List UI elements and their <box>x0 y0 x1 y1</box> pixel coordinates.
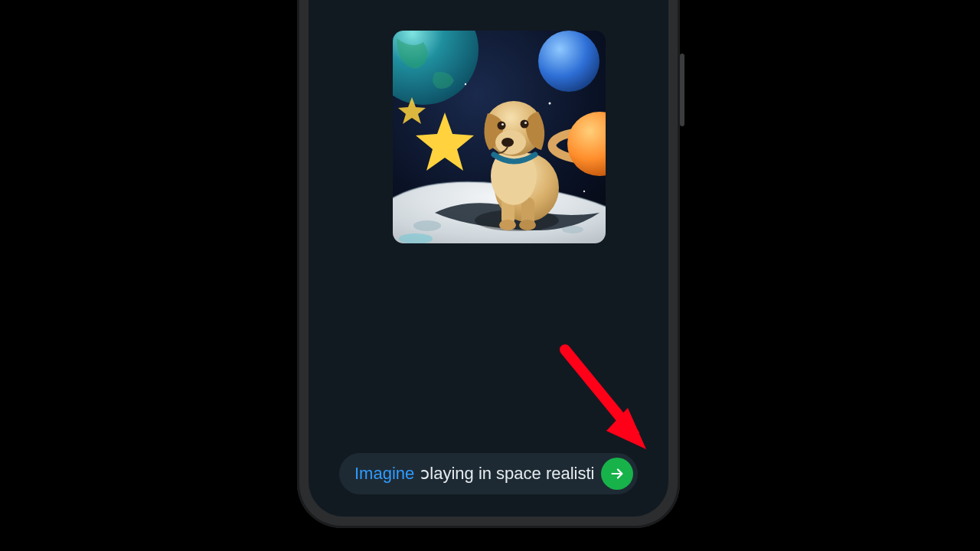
svg-point-19 <box>521 120 529 129</box>
generated-image-illustration <box>393 31 606 243</box>
svg-point-20 <box>501 123 504 126</box>
svg-point-5 <box>413 220 441 231</box>
svg-point-21 <box>524 122 527 124</box>
svg-point-17 <box>501 138 514 147</box>
generated-image[interactable] <box>393 31 606 243</box>
phone-frame: Imagine ɔlaying in space realistic <box>297 0 680 528</box>
svg-point-22 <box>549 103 551 105</box>
stage: Imagine ɔlaying in space realistic <box>0 0 980 551</box>
svg-point-24 <box>583 191 585 192</box>
svg-point-13 <box>519 220 536 230</box>
svg-point-6 <box>562 226 583 233</box>
svg-point-12 <box>499 220 516 230</box>
prompt-input-text[interactable]: ɔlaying in space realistic <box>420 464 595 484</box>
imagine-command-prefix[interactable]: Imagine <box>354 464 414 484</box>
phone-screen: Imagine ɔlaying in space realistic <box>309 0 668 517</box>
svg-point-2 <box>538 31 599 92</box>
send-button[interactable] <box>601 458 633 490</box>
prompt-input-bar[interactable]: Imagine ɔlaying in space realistic <box>339 453 638 494</box>
svg-point-18 <box>498 122 506 130</box>
svg-point-23 <box>465 83 466 85</box>
arrow-right-icon <box>609 465 626 482</box>
phone-side-button <box>680 54 684 126</box>
